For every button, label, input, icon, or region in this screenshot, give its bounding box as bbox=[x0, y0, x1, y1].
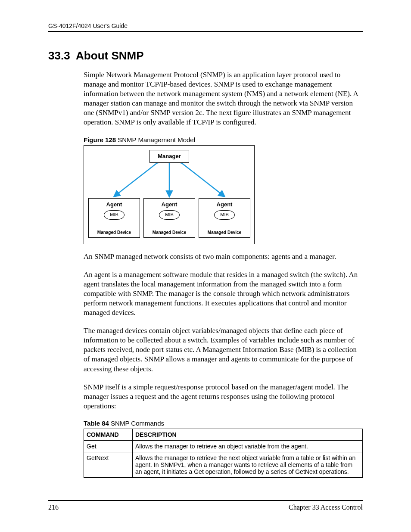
page-footer: 216 Chapter 33 Access Control bbox=[48, 500, 363, 511]
paragraph: Simple Network Management Protocol (SNMP… bbox=[84, 70, 363, 128]
section-heading: 33.3 About SNMP bbox=[48, 49, 363, 62]
col-description: DESCRIPTION bbox=[133, 429, 363, 440]
section-title-text: About SNMP bbox=[76, 49, 143, 62]
paragraph: The managed devices contain object varia… bbox=[84, 326, 363, 373]
table-header-row: COMMAND DESCRIPTION bbox=[84, 429, 363, 440]
diagram-node-device-2: Agent MIB Managed Device bbox=[143, 198, 195, 238]
diagram-node-manager: Manager bbox=[149, 150, 189, 163]
figure-title: SNMP Management Model bbox=[116, 136, 195, 143]
chapter-label: Chapter 33 Access Control bbox=[289, 504, 363, 511]
svg-line-0 bbox=[114, 163, 157, 196]
paragraph: An SNMP managed network consists of two … bbox=[84, 252, 363, 261]
paragraph: An agent is a management software module… bbox=[84, 270, 363, 317]
diagram-label-managed-device: Managed Device bbox=[153, 230, 186, 235]
page: GS-4012F/4024 User's Guide 33.3 About SN… bbox=[0, 0, 411, 532]
figure-snmp-model: Manager Agent MIB Managed Device Agent M… bbox=[84, 145, 255, 244]
figure-label: Figure 128 bbox=[84, 136, 116, 143]
cell-command: GetNext bbox=[84, 452, 133, 477]
cell-description: Allows the manager to retrieve an object… bbox=[133, 440, 363, 452]
diagram-label-managed-device: Managed Device bbox=[208, 230, 241, 235]
paragraph: SNMP itself is a simple request/response… bbox=[84, 383, 363, 411]
section-number: 33.3 bbox=[48, 49, 70, 62]
table-row: Get Allows the manager to retrieve an ob… bbox=[84, 440, 363, 452]
diagram-node-device-3: Agent MIB Managed Device bbox=[199, 198, 250, 238]
table-row: GetNext Allows the manager to retrieve t… bbox=[84, 452, 363, 477]
col-command: COMMAND bbox=[84, 429, 133, 440]
diagram-label-managed-device: Managed Device bbox=[97, 230, 131, 235]
table-snmp-commands: COMMAND DESCRIPTION Get Allows the manag… bbox=[84, 429, 363, 478]
cell-description: Allows the manager to retrieve the next … bbox=[133, 452, 363, 477]
figure-caption: Figure 128 SNMP Management Model bbox=[84, 136, 363, 143]
diagram-label-agent: Agent bbox=[106, 201, 122, 208]
diagram-label-agent: Agent bbox=[162, 201, 177, 208]
diagram-label-mib: MIB bbox=[104, 210, 125, 220]
diagram-node-device-1: Agent MIB Managed Device bbox=[88, 198, 140, 238]
table-label: Table 84 bbox=[84, 420, 109, 427]
cell-command: Get bbox=[84, 440, 133, 452]
table-caption: Table 84 SNMP Commands bbox=[84, 420, 363, 427]
diagram-label-mib: MIB bbox=[159, 210, 180, 220]
body: Simple Network Management Protocol (SNMP… bbox=[84, 70, 363, 478]
diagram-label-mib: MIB bbox=[214, 210, 235, 220]
page-number: 216 bbox=[48, 504, 59, 511]
table-title: SNMP Commands bbox=[109, 420, 164, 427]
running-header: GS-4012F/4024 User's Guide bbox=[48, 22, 363, 32]
diagram-label-agent: Agent bbox=[217, 201, 233, 208]
svg-line-2 bbox=[181, 163, 224, 196]
